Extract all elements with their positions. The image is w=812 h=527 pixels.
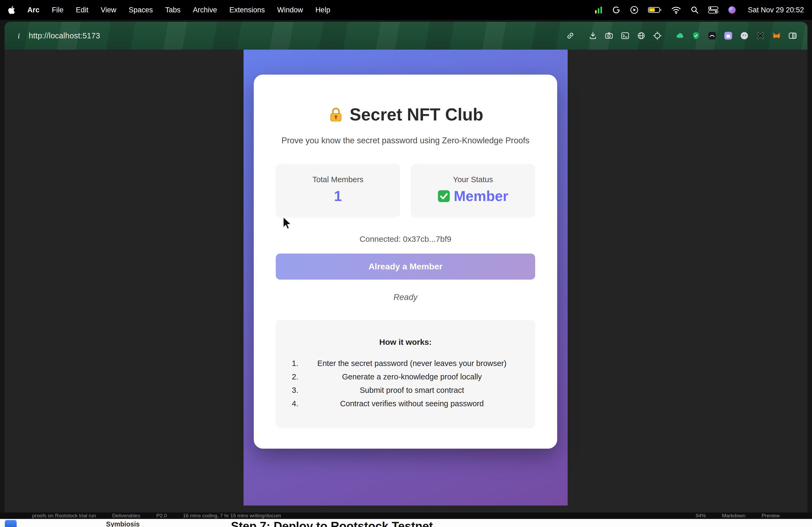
status-item: Preview xyxy=(762,513,780,519)
globe-icon[interactable] xyxy=(636,31,646,41)
menu-item-extensions[interactable]: Extensions xyxy=(229,6,265,14)
black-wallet-extension-icon[interactable] xyxy=(707,31,717,41)
wifi-icon[interactable] xyxy=(671,6,681,14)
menu-item-view[interactable]: View xyxy=(101,6,116,14)
how-it-works-title: How it works: xyxy=(276,337,535,347)
metamask-extension-icon[interactable] xyxy=(771,31,782,41)
green-cloud-extension-icon[interactable] xyxy=(675,31,685,41)
terminal-icon[interactable] xyxy=(620,31,630,41)
blue-app-icon xyxy=(5,520,17,527)
check-icon xyxy=(438,190,450,202)
download-icon[interactable] xyxy=(588,31,598,41)
how-step-2: Generate a zero-knowledge proof locally xyxy=(301,370,523,383)
status-item: proofs on Rootstock trial run xyxy=(32,513,96,519)
menu-item-tabs[interactable]: Tabs xyxy=(165,6,180,14)
background-heading: Step 7: Deploy to Rootstock Testnet xyxy=(231,520,433,527)
battery-icon[interactable] xyxy=(648,5,662,15)
target-icon[interactable] xyxy=(652,31,663,41)
apple-logo-icon[interactable] xyxy=(8,6,15,15)
url-text[interactable]: http://localhost:5173 xyxy=(29,31,100,40)
how-step-4: Contract verifies without seeing passwor… xyxy=(301,397,523,410)
status-item: Markdown xyxy=(722,513,746,519)
how-it-works-list: Enter the secret password (never leaves … xyxy=(276,357,535,410)
stat-value: Member xyxy=(411,188,535,204)
status-item: 94% xyxy=(696,513,706,519)
your-status-stat: Your Status Member xyxy=(411,164,535,217)
background-window-edge: Symbiosis Step 7: Deploy to Rootstock Te… xyxy=(0,519,812,527)
screenshot-icon[interactable] xyxy=(604,31,614,41)
background-left-text: Symbiosis xyxy=(106,520,140,527)
browser-viewport: Secret NFT Club Prove you know the secre… xyxy=(4,50,808,512)
how-step-1: Enter the secret password (never leaves … xyxy=(301,357,523,370)
status-text: Ready xyxy=(254,292,557,302)
link-icon[interactable] xyxy=(565,31,576,41)
x-extension-icon[interactable] xyxy=(755,31,766,41)
menu-item-archive[interactable]: Archive xyxy=(193,6,217,14)
control-center-icon[interactable] xyxy=(708,6,718,13)
status-item: 16 mins coding, 7 hr 15 mins writing/doc… xyxy=(183,513,281,519)
background-status-bar: proofs on Rootstock trial run Deliverabl… xyxy=(0,512,812,519)
status-value-text: Member xyxy=(454,188,508,204)
menu-item-spaces[interactable]: Spaces xyxy=(129,6,153,14)
grammarly-icon[interactable] xyxy=(612,6,621,14)
how-step-3: Submit proof to smart contract xyxy=(301,383,523,397)
stat-label: Your Status xyxy=(411,175,535,184)
play-circle-icon[interactable] xyxy=(630,5,639,15)
page-title-text: Secret NFT Club xyxy=(350,105,483,124)
menu-item-help[interactable]: Help xyxy=(315,6,330,14)
stocks-icon[interactable] xyxy=(594,6,603,14)
menu-item-file[interactable]: File xyxy=(52,6,64,14)
lock-icon xyxy=(328,106,344,123)
site-info-icon[interactable]: i xyxy=(13,30,25,42)
menu-item-edit[interactable]: Edit xyxy=(76,6,89,14)
gray-extension-icon[interactable] xyxy=(739,31,750,41)
how-it-works-panel: How it works: Enter the secret password … xyxy=(276,320,535,428)
status-item: Deliverables xyxy=(112,513,141,519)
total-members-stat: Total Members 1 xyxy=(276,164,400,217)
macos-menu-bar: Arc File Edit View Spaces Tabs Archive E… xyxy=(0,0,812,20)
menu-app-name[interactable]: Arc xyxy=(27,6,40,14)
stat-label: Total Members xyxy=(276,175,400,184)
menu-clock[interactable]: Sat Nov 29 20:52 xyxy=(748,6,804,14)
phantom-extension-icon[interactable] xyxy=(723,31,733,41)
menu-item-window[interactable]: Window xyxy=(277,6,303,14)
status-item: P2.0 xyxy=(156,513,167,519)
siri-icon[interactable] xyxy=(727,5,737,15)
green-shield-extension-icon[interactable] xyxy=(691,31,701,41)
browser-toolbar: i http://localhost:5173 xyxy=(4,22,808,50)
split-view-icon[interactable] xyxy=(787,31,798,41)
search-icon[interactable] xyxy=(690,6,699,14)
page-subtitle: Prove you know the secret password using… xyxy=(254,136,557,146)
stat-value: 1 xyxy=(276,188,400,204)
page-title: Secret NFT Club xyxy=(254,105,557,124)
stats-row: Total Members 1 Your Status Member xyxy=(276,164,535,217)
app-card: Secret NFT Club Prove you know the secre… xyxy=(254,75,557,449)
connected-address: Connected: 0x37cb...7bf9 xyxy=(254,235,557,244)
already-member-button[interactable]: Already a Member xyxy=(276,254,535,280)
page-gradient-background: Secret NFT Club Prove you know the secre… xyxy=(244,50,568,506)
mouse-cursor xyxy=(282,216,293,231)
browser-window: i http://localhost:5173 xyxy=(4,22,808,512)
